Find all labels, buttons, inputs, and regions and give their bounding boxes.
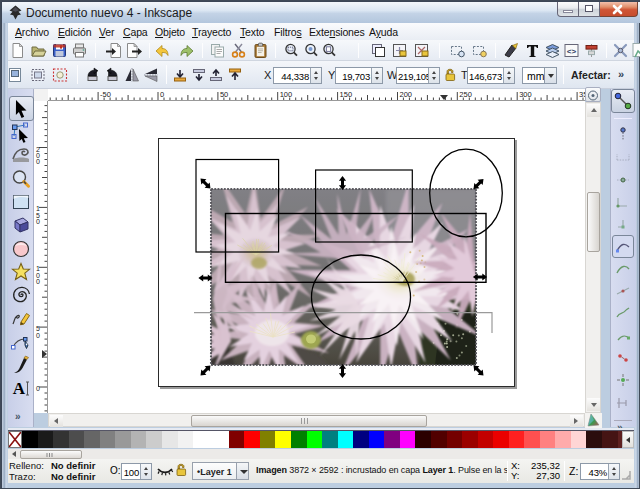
svg-text:0: 0 (36, 332, 40, 339)
svg-text:A: A (13, 379, 26, 398)
svg-text:100: 100 (280, 90, 293, 99)
svg-text:0: 0 (36, 218, 40, 225)
svg-text:300: 300 (519, 90, 532, 99)
svg-text:0: 0 (36, 278, 40, 285)
svg-text:-50: -50 (100, 90, 111, 99)
svg-text:150: 150 (340, 90, 353, 99)
svg-text:200: 200 (400, 90, 413, 99)
svg-text:0: 0 (36, 158, 40, 165)
svg-text:<>: <> (566, 47, 576, 56)
svg-text:250: 250 (459, 90, 472, 99)
svg-text:0: 0 (36, 385, 40, 392)
